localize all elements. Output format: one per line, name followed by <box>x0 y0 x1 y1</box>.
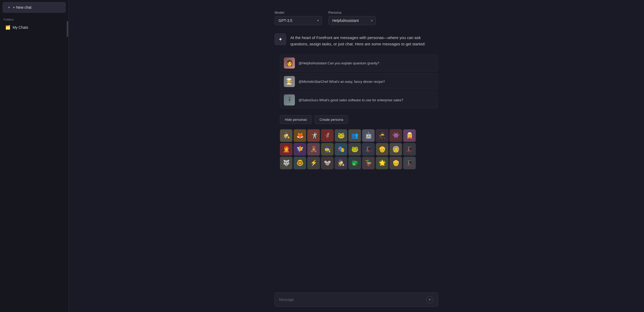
hide-personas-button[interactable]: Hide personas <box>280 115 312 124</box>
welcome-section: ✦ At the heart of Forefront are messages… <box>275 33 438 47</box>
my-chats-label: My Chats <box>13 25 28 30</box>
chat-area: Model: GPT-3.5 GPT-4 Claude Persona: Hel… <box>275 11 438 307</box>
sidebar: ＋ + New chat Folders 🗂️ My Chats <box>0 0 69 312</box>
persona-label: Persona: <box>328 11 376 15</box>
persona-selector-group: Persona: HelpfulAssistant MichelinStarCh… <box>328 11 376 25</box>
welcome-text: At the heart of Forefront are messages w… <box>290 33 438 47</box>
persona-avatar-5[interactable]: 🐸 <box>335 129 347 142</box>
persona-avatar-22[interactable]: 🤓 <box>294 157 306 169</box>
persona-avatar-3[interactable]: 🤺 <box>307 129 320 142</box>
plus-icon: ＋ <box>7 5 11 10</box>
persona-avatar-10[interactable]: 🧝 <box>403 129 416 142</box>
persona-grid: 🕵️🦊🤺🦸🐸👥🤖🥷👾🧝🧑‍🦰🧚🧸🧙🎭🐸🎩👴🧓🎩🐺🤓⚡🐭🕵️🐲🦆🌟👴🎩 <box>280 129 438 169</box>
message-input-area: + <box>275 292 438 307</box>
persona-avatar-27[interactable]: 🦆 <box>362 157 375 169</box>
persona-avatar-21[interactable]: 🐺 <box>280 157 292 169</box>
selectors-row: Model: GPT-3.5 GPT-4 Claude Persona: Hel… <box>275 11 438 25</box>
helpful-assistant-avatar: 👩 <box>284 57 295 69</box>
persona-avatar-16[interactable]: 🐸 <box>348 143 361 156</box>
suggestion-michelin-chef[interactable]: 👨‍🍳 @MichelinStarChef What's an easy, fa… <box>280 73 438 90</box>
persona-avatar-20[interactable]: 🎩 <box>403 143 416 156</box>
sidebar-scrollbar[interactable] <box>67 21 68 37</box>
persona-avatar-25[interactable]: 🕵️ <box>335 157 347 169</box>
persona-avatar-12[interactable]: 🧚 <box>294 143 306 156</box>
persona-avatar-8[interactable]: 🥷 <box>376 129 388 142</box>
sales-guru-avatar: 🕴️ <box>284 94 295 105</box>
suggestions-list: 👩 @HelpfulAssistant Can you explain quan… <box>275 55 438 110</box>
persona-avatar-26[interactable]: 🐲 <box>348 157 361 169</box>
persona-avatar-2[interactable]: 🦊 <box>294 129 306 142</box>
persona-avatar-28[interactable]: 🌟 <box>376 157 388 169</box>
persona-dropdown-wrapper: HelpfulAssistant MichelinStarChef SalesG… <box>328 16 376 25</box>
my-chats-folder[interactable]: 🗂️ My Chats <box>2 23 67 32</box>
persona-avatar-30[interactable]: 🎩 <box>403 157 416 169</box>
message-add-button[interactable]: + <box>426 296 433 303</box>
persona-avatar-29[interactable]: 👴 <box>389 157 402 169</box>
message-input[interactable] <box>279 297 424 302</box>
new-chat-button[interactable]: ＋ + New chat <box>3 2 66 13</box>
model-label: Model: <box>275 11 322 15</box>
persona-avatar-6[interactable]: 👥 <box>348 129 361 142</box>
model-dropdown-wrapper: GPT-3.5 GPT-4 Claude <box>275 16 322 25</box>
action-buttons: Hide personas Create persona <box>280 115 438 124</box>
persona-avatar-1[interactable]: 🕵️ <box>280 129 292 142</box>
suggestion-sales-guru[interactable]: 🕴️ @SalesGuru What's good sales software… <box>280 92 438 108</box>
folders-label: Folders <box>0 15 68 23</box>
persona-avatar-23[interactable]: ⚡ <box>307 157 320 169</box>
michelin-chef-avatar: 👨‍🍳 <box>284 76 295 87</box>
persona-avatar-18[interactable]: 👴 <box>376 143 388 156</box>
persona-avatar-24[interactable]: 🐭 <box>321 157 334 169</box>
folder-emoji: 🗂️ <box>5 25 11 30</box>
persona-dropdown[interactable]: HelpfulAssistant MichelinStarChef SalesG… <box>328 16 376 25</box>
add-icon: + <box>428 297 431 303</box>
model-dropdown[interactable]: GPT-3.5 GPT-4 Claude <box>275 16 322 25</box>
suggestion-text-3: @SalesGuru What's good sales software to… <box>299 98 403 102</box>
persona-avatar-4[interactable]: 🦸 <box>321 129 334 142</box>
persona-avatar-13[interactable]: 🧸 <box>307 143 320 156</box>
welcome-icon: ✦ <box>275 33 286 45</box>
persona-avatar-17[interactable]: 🎩 <box>362 143 375 156</box>
create-persona-button[interactable]: Create persona <box>315 115 348 124</box>
suggestion-text-1: @HelpfulAssistant Can you explain quantu… <box>299 61 379 65</box>
persona-avatar-11[interactable]: 🧑‍🦰 <box>280 143 292 156</box>
persona-avatar-14[interactable]: 🧙 <box>321 143 334 156</box>
suggestion-helpful-assistant[interactable]: 👩 @HelpfulAssistant Can you explain quan… <box>280 55 438 71</box>
persona-avatar-7[interactable]: 🤖 <box>362 129 375 142</box>
suggestion-text-2: @MichelinStarChef What's an easy, fancy … <box>299 80 385 84</box>
persona-avatar-9[interactable]: 👾 <box>389 129 402 142</box>
persona-avatar-19[interactable]: 🧓 <box>389 143 402 156</box>
main-content: Model: GPT-3.5 GPT-4 Claude Persona: Hel… <box>69 0 644 312</box>
new-chat-label: + New chat <box>13 5 31 9</box>
model-selector-group: Model: GPT-3.5 GPT-4 Claude <box>275 11 322 25</box>
persona-avatar-15[interactable]: 🎭 <box>335 143 347 156</box>
